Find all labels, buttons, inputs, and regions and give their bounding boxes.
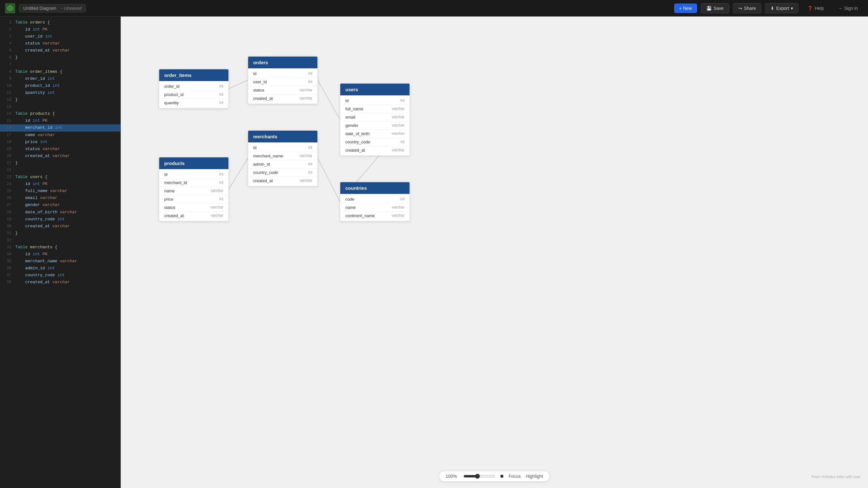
code-line-22: 22 xyxy=(0,167,120,174)
table-row: full_name varchar xyxy=(340,105,409,113)
code-line-30: 30 created_at varchar xyxy=(0,223,120,230)
code-line-33: 33Table merchants { xyxy=(0,244,120,251)
table-order-items[interactable]: order_items order_id int product_id int … xyxy=(159,69,229,108)
table-merchants-header: merchants xyxy=(248,131,317,142)
code-line-20: 20 created_at varchar xyxy=(0,152,120,160)
table-row: price int xyxy=(159,195,228,203)
code-line-34: 34 id int PK xyxy=(0,251,120,258)
export-button[interactable]: ⬇ Export ▾ xyxy=(765,3,799,13)
table-row: quantity int xyxy=(159,99,228,107)
table-order-items-header: order_items xyxy=(159,69,228,81)
table-countries[interactable]: countries code int name varchar continen… xyxy=(340,182,410,221)
table-row: email varchar xyxy=(340,113,409,121)
save-button[interactable]: 💾 Save xyxy=(701,3,729,13)
table-countries-header: countries xyxy=(340,182,409,194)
export-chevron-icon: ▾ xyxy=(791,6,793,11)
table-products[interactable]: products id int merchant_id int name var… xyxy=(159,157,229,221)
code-line-28: 28 date_of_birth varchar xyxy=(0,209,120,216)
code-line-1: 1Table orders { xyxy=(0,19,120,26)
zoom-level: 100% xyxy=(446,474,459,479)
table-row: date_of_birth varchar xyxy=(340,130,409,138)
table-orders-header: orders xyxy=(248,57,317,68)
code-line-2: 2 id int PK xyxy=(0,26,120,33)
code-line-13: 13 xyxy=(0,103,120,110)
code-line-18: 18 price int xyxy=(0,139,120,146)
table-row: created_at varchar xyxy=(248,177,317,185)
svg-line-4 xyxy=(229,158,248,189)
table-row: user_id int xyxy=(248,78,317,86)
table-row: created_at varchar xyxy=(248,94,317,103)
table-row: country_code int xyxy=(340,138,409,146)
highlight-button[interactable]: Highlight xyxy=(526,474,543,479)
code-editor[interactable]: 1Table orders { 2 id int PK 3 user_id in… xyxy=(0,17,121,488)
new-button[interactable]: + New xyxy=(674,3,697,13)
svg-line-3 xyxy=(318,80,340,119)
code-line-8: 8Table order_items { xyxy=(0,68,120,75)
signin-icon: → xyxy=(838,6,842,11)
help-icon: ❓ xyxy=(807,6,813,11)
code-line-21: 21} xyxy=(0,160,120,167)
diagram-canvas[interactable]: order_items order_id int product_id int … xyxy=(121,17,868,488)
zoom-dot xyxy=(500,475,503,478)
topbar: Untitled Diagram - Unsaved + New 💾 Save … xyxy=(0,0,868,17)
code-line-35: 35 merchant_name varchar xyxy=(0,258,120,265)
table-merchants[interactable]: merchants id int merchant_name varchar a… xyxy=(248,130,318,186)
table-row: id int xyxy=(159,170,228,179)
code-line-9: 9 order_id int xyxy=(0,75,120,82)
code-line-17: 17 name varchar xyxy=(0,132,120,139)
table-row: code int xyxy=(340,195,409,203)
code-line-27: 27 gender varchar xyxy=(0,202,120,208)
code-line-14: 14Table products { xyxy=(0,110,120,117)
table-orders-body: id int user_id int status varchar create… xyxy=(248,68,317,104)
code-line-31: 31} xyxy=(0,230,120,237)
table-row: gender varchar xyxy=(340,121,409,130)
table-order-items-body: order_id int product_id int quantity int xyxy=(159,81,228,108)
main-area: 1Table orders { 2 id int PK 3 user_id in… xyxy=(0,17,868,488)
code-line-37: 37 country_code int xyxy=(0,272,120,279)
app-logo xyxy=(5,3,15,13)
code-line-7: 7 xyxy=(0,61,120,68)
code-line-5: 5 created_at varchar xyxy=(0,47,120,54)
table-row: admin_id int xyxy=(248,160,317,169)
table-users-body: id int full_name varchar email varchar g… xyxy=(340,95,409,155)
table-row: id int xyxy=(248,69,317,78)
code-line-26: 26 email varchar xyxy=(0,195,120,202)
table-products-header: products xyxy=(159,157,228,169)
table-row: merchant_id int xyxy=(159,179,228,187)
focus-button[interactable]: Focus xyxy=(509,474,521,479)
export-icon: ⬇ xyxy=(771,6,774,11)
share-icon: ↪ xyxy=(738,6,742,11)
table-orders[interactable]: orders id int user_id int status varchar… xyxy=(248,56,318,104)
table-row: product_id int xyxy=(159,91,228,99)
svg-line-2 xyxy=(229,80,248,89)
table-row: continent_name varchar xyxy=(340,212,409,220)
diagram-title[interactable]: Untitled Diagram - Unsaved xyxy=(19,4,86,12)
code-line-32: 32 xyxy=(0,237,120,244)
code-line-38: 38 created_at varchar xyxy=(0,279,120,286)
code-line-16: 16 merchant_id int xyxy=(0,124,120,131)
table-row: merchant_name varchar xyxy=(248,152,317,160)
zoom-slider[interactable] xyxy=(464,474,495,479)
zoom-bar: 100% Focus Highlight xyxy=(439,471,550,482)
signin-button[interactable]: → Sign in xyxy=(833,3,863,13)
table-row: id int xyxy=(340,97,409,105)
table-row: name varchar xyxy=(159,187,228,195)
table-users[interactable]: users id int full_name varchar email var… xyxy=(340,83,410,156)
code-line-36: 36 admin_id int xyxy=(0,265,120,272)
table-row: status varchar xyxy=(159,203,228,212)
save-icon: 💾 xyxy=(706,6,712,11)
table-row: name varchar xyxy=(340,203,409,212)
code-line-23: 23Table users { xyxy=(0,174,120,180)
help-button[interactable]: ❓ Help xyxy=(802,3,829,13)
code-line-11: 11 quantity int xyxy=(0,89,120,96)
code-line-3: 3 user_id int xyxy=(0,33,120,40)
footer-text: From Holistics folks with love xyxy=(811,475,860,479)
connectors-svg xyxy=(121,17,868,488)
code-line-15: 15 id int PK xyxy=(0,117,120,124)
share-button[interactable]: ↪ Share xyxy=(733,3,761,13)
code-line-19: 19 status varchar xyxy=(0,146,120,152)
table-users-header: users xyxy=(340,84,409,95)
table-countries-body: code int name varchar continent_name var… xyxy=(340,194,409,221)
code-line-12: 12} xyxy=(0,96,120,103)
table-merchants-body: id int merchant_name varchar admin_id in… xyxy=(248,142,317,186)
